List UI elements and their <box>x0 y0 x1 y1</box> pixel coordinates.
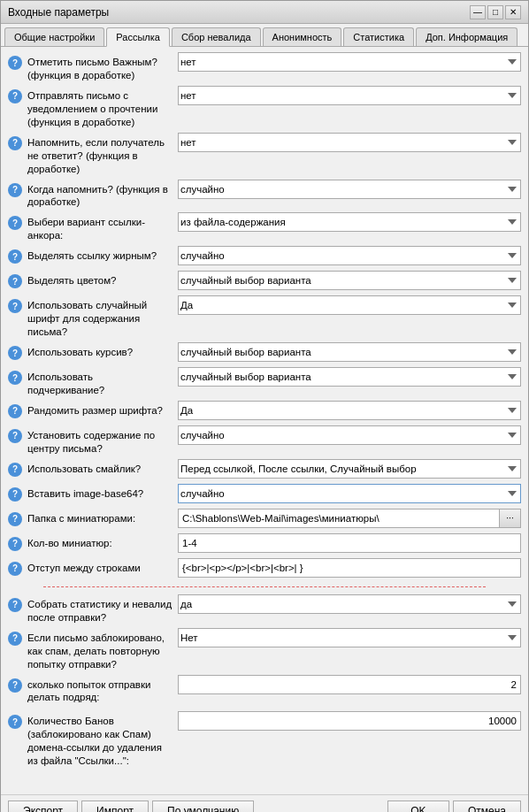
export-button[interactable]: Экспорт <box>8 801 78 812</box>
select-important[interactable]: нет да <box>178 52 521 72</box>
label-underline: Использовать подчеркивание? <box>27 367 178 397</box>
select-retry-spam[interactable]: Нет Да <box>178 628 521 647</box>
row-font: ? Использовать случайный шрифт для содер… <box>8 295 521 339</box>
folder-input-group: C:\Shablons\Web-Mail\images\миниатюры\ ·… <box>178 509 521 528</box>
row-retry-count: ? сколько попыток отправки делать подряд… <box>8 675 521 705</box>
help-icon-9[interactable]: ? <box>8 371 22 385</box>
select-anchor[interactable]: из файла-содержания <box>178 212 521 232</box>
row-collect-stats: ? Собрать статистику и невалид после отп… <box>8 594 521 624</box>
help-icon-13[interactable]: ? <box>8 487 22 502</box>
help-icon-0[interactable]: ? <box>8 56 22 70</box>
row-fontsize: ? Рандомить размер шрифта? Да Нет <box>8 401 521 422</box>
help-icon-2[interactable]: ? <box>8 136 22 150</box>
tab-anon[interactable]: Анонимность <box>263 27 342 46</box>
row-when-remind: ? Когда напомнить? (функция в доработке)… <box>8 180 521 210</box>
help-icon-22[interactable]: ? <box>8 678 22 693</box>
row-folder: ? Папка с миниатюрами: C:\Shablons\Web-M… <box>8 509 521 530</box>
select-underline[interactable]: случайный выбор варианта да нет <box>178 367 521 387</box>
label-emoji: Использовать смайлик? <box>27 459 178 476</box>
help-icon-12[interactable]: ? <box>8 463 22 477</box>
select-italic[interactable]: случайный выбор варианта да нет <box>178 342 521 362</box>
ban-count-input[interactable] <box>178 711 521 731</box>
label-italic: Использовать курсив? <box>27 342 178 359</box>
maximize-button[interactable]: □ <box>487 5 503 19</box>
main-window: Входные параметры — □ ✕ Общие настройки … <box>0 0 529 812</box>
row-important: ? Отметить письмо Важным? (функция в дор… <box>8 52 521 82</box>
label-lineheight: Отступ между строками <box>27 558 178 575</box>
scroll-area[interactable]: ? Отметить письмо Важным? (функция в дор… <box>1 47 528 794</box>
select-readreceipt[interactable]: нет да <box>178 86 521 105</box>
help-icon-15[interactable]: ? <box>8 537 22 551</box>
window-title: Входные параметры <box>8 6 109 19</box>
label-font: Использовать случайный шрифт для содержа… <box>27 295 178 339</box>
row-center: ? Установить содержание по центру письма… <box>8 425 521 456</box>
import-button[interactable]: Импорт <box>81 801 149 812</box>
help-icon-10[interactable]: ? <box>8 404 22 418</box>
thumbcount-input[interactable] <box>178 533 521 553</box>
lineheight-input[interactable] <box>178 558 521 578</box>
row-remind: ? Напомнить, если получатель не ответит?… <box>8 133 521 176</box>
tab-general[interactable]: Общие настройки <box>4 27 104 46</box>
select-when-remind[interactable]: случайно <box>178 180 521 199</box>
label-retry-spam: Если письмо заблокировано, как спам, дел… <box>27 628 178 671</box>
label-ban-count: Количество Банов (заблокировано как Спам… <box>27 711 178 768</box>
help-icon-1[interactable]: ? <box>8 89 22 103</box>
tab-invalid[interactable]: Сбор невалида <box>172 27 261 46</box>
row-underline: ? Использовать подчеркивание? случайный … <box>8 367 521 397</box>
retry-count-input[interactable] <box>178 675 521 694</box>
row-lineheight: ? Отступ между строками <box>8 558 521 579</box>
label-collect-stats: Собрать статистику и невалид после отпра… <box>27 594 178 624</box>
row-readreceipt: ? Отправлять письмо с уведомлением о про… <box>8 86 521 129</box>
minimize-button[interactable]: — <box>470 5 486 19</box>
tab-info[interactable]: Доп. Информация <box>416 27 518 46</box>
control-important: нет да <box>178 52 521 72</box>
title-bar: Входные параметры — □ ✕ <box>1 1 528 24</box>
help-icon-7[interactable]: ? <box>8 299 22 313</box>
select-color[interactable]: случайный выбор варианта да нет <box>178 271 521 290</box>
help-icon-20[interactable]: ? <box>8 598 22 612</box>
select-font[interactable]: Да Нет <box>178 295 521 315</box>
row-color: ? Выделять цветом? случайный выбор вариа… <box>8 271 521 292</box>
default-button[interactable]: По умолчанию <box>152 801 254 812</box>
browse-button[interactable]: ··· <box>500 509 521 528</box>
help-icon-11[interactable]: ? <box>8 429 22 443</box>
label-bold: Выделять ссылку жирным? <box>27 246 178 263</box>
select-image-base64[interactable]: случайно да нет <box>178 484 521 503</box>
tab-stats[interactable]: Статистика <box>343 27 414 46</box>
label-fontsize: Рандомить размер шрифта? <box>27 401 178 417</box>
window-controls: — □ ✕ <box>470 5 521 19</box>
row-image-base64: ? Вставить image-base64? случайно да нет <box>8 484 521 505</box>
help-icon-14[interactable]: ? <box>8 512 22 526</box>
ok-button[interactable]: OK <box>387 801 449 812</box>
tab-bar: Общие настройки Рассылка Сбор невалида А… <box>1 24 528 47</box>
cancel-button[interactable]: Отмена <box>453 801 521 812</box>
help-icon-16[interactable]: ? <box>8 562 22 576</box>
select-collect-stats[interactable]: да нет <box>178 594 521 614</box>
help-icon-8[interactable]: ? <box>8 346 22 360</box>
select-remind[interactable]: нет да <box>178 133 521 152</box>
close-button[interactable]: ✕ <box>505 5 521 19</box>
select-bold[interactable]: случайно да нет <box>178 246 521 265</box>
label-image-base64: Вставить image-base64? <box>27 484 178 501</box>
folder-input[interactable]: C:\Shablons\Web-Mail\images\миниатюры\ <box>178 509 500 528</box>
help-icon-23[interactable]: ? <box>8 715 22 729</box>
select-emoji[interactable]: Перед ссылкой, После ссылки, Случайный в… <box>178 459 521 479</box>
label-anchor: Выбери вариант ссылки-анкора: <box>27 212 178 242</box>
help-icon-21[interactable]: ? <box>8 632 22 646</box>
select-center[interactable]: случайно да нет <box>178 425 521 445</box>
label-center: Установить содержание по центру письма? <box>27 425 178 456</box>
label-readreceipt: Отправлять письмо с уведомлением о прочт… <box>27 86 178 129</box>
footer: Экспорт Импорт По умолчанию OK Отмена <box>1 794 528 812</box>
help-icon-5[interactable]: ? <box>8 249 22 264</box>
row-retry-spam: ? Если письмо заблокировано, как спам, д… <box>8 628 521 671</box>
help-icon-4[interactable]: ? <box>8 216 22 230</box>
section-separator <box>43 586 486 587</box>
help-icon-3[interactable]: ? <box>8 183 22 197</box>
footer-right: OK Отмена <box>387 801 521 812</box>
help-0: ? <box>8 52 27 70</box>
select-fontsize[interactable]: Да Нет <box>178 401 521 420</box>
row-bold: ? Выделять ссылку жирным? случайно да не… <box>8 246 521 267</box>
tab-mailing[interactable]: Рассылка <box>106 27 170 47</box>
label-retry-count: сколько попыток отправки делать подряд: <box>27 675 178 705</box>
help-icon-6[interactable]: ? <box>8 274 22 288</box>
